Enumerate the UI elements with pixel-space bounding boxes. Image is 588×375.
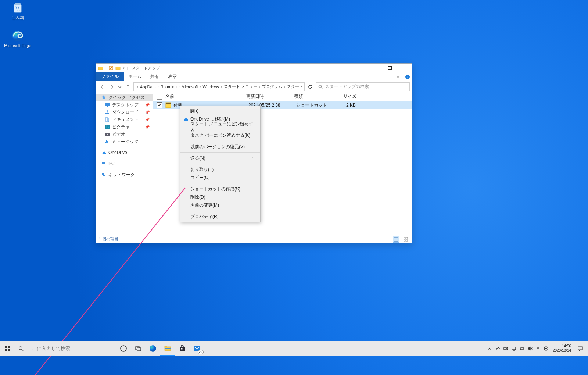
- crumb-appdata[interactable]: AppData: [139, 85, 157, 89]
- crumb-windows[interactable]: Windows: [202, 85, 220, 89]
- minimize-button[interactable]: [368, 64, 383, 72]
- nav-music[interactable]: ミュージック: [96, 138, 153, 145]
- nav-forward-button[interactable]: [108, 83, 116, 91]
- close-button[interactable]: [397, 64, 412, 72]
- explorer-taskbar-icon[interactable]: [160, 341, 175, 356]
- cortana-button[interactable]: [116, 341, 131, 356]
- nav-history-button[interactable]: [117, 83, 122, 91]
- nav-pc[interactable]: PC: [96, 160, 153, 167]
- select-all-checkbox[interactable]: [157, 94, 162, 100]
- cm-open[interactable]: 開く: [180, 107, 260, 115]
- tab-share[interactable]: 共有: [146, 72, 164, 81]
- status-bar: 1 個の項目: [96, 235, 412, 243]
- start-button[interactable]: [0, 341, 15, 356]
- col-name[interactable]: 名前: [165, 93, 246, 100]
- refresh-button[interactable]: [306, 83, 314, 91]
- svg-rect-41: [181, 348, 182, 349]
- svg-point-38: [150, 345, 156, 352]
- mail-taskbar-icon[interactable]: 22: [190, 341, 204, 356]
- navigation-pane: クイック アクセス デスクトップ📌 ダウンロード📌 ドキュメント📌 ピクチャ📌 …: [96, 92, 153, 235]
- cm-copy[interactable]: コピー(C): [180, 174, 260, 182]
- tray-ime-icon[interactable]: A: [534, 341, 542, 356]
- taskbar-search[interactable]: ここに入力して検索: [15, 341, 116, 356]
- action-center-button[interactable]: [574, 341, 587, 356]
- nav-up-button[interactable]: [124, 83, 132, 91]
- maximize-button[interactable]: [383, 64, 397, 72]
- cm-delete[interactable]: 削除(D): [180, 193, 260, 201]
- address-row: › AppData› Roaming› Microsoft› Windows› …: [96, 81, 412, 92]
- row-checkbox[interactable]: [157, 102, 162, 108]
- store-taskbar-icon[interactable]: [175, 341, 190, 356]
- column-headers[interactable]: 名前 更新日時 種類 サイズ: [153, 92, 412, 101]
- tray-vm-icon[interactable]: [510, 341, 517, 356]
- nav-quick-access[interactable]: クイック アクセス: [96, 94, 153, 101]
- svg-rect-44: [183, 350, 184, 351]
- tray-volume-icon[interactable]: [526, 341, 534, 356]
- taskbar: ここに入力して検索 22 A 14:56 2020/12/14: [0, 341, 588, 356]
- nav-desktop[interactable]: デスクトップ📌: [96, 101, 153, 108]
- cm-pin-start[interactable]: スタート メニューにピン留めする: [180, 123, 260, 131]
- cm-pin-taskbar[interactable]: タスク バーにピン留めする(K): [180, 131, 260, 139]
- sticky-notes-icon: [165, 102, 171, 108]
- tab-view[interactable]: 表示: [164, 72, 181, 81]
- address-bar[interactable]: › AppData› Roaming› Microsoft› Windows› …: [133, 82, 305, 91]
- svg-rect-20: [102, 173, 104, 175]
- desktop-icons: ごみ箱 Microsoft Edge: [3, 1, 32, 57]
- nav-videos[interactable]: ビデオ: [96, 131, 153, 138]
- cm-cut[interactable]: 切り取り(T): [180, 165, 260, 174]
- svg-point-16: [106, 126, 107, 126]
- col-size[interactable]: サイズ: [334, 93, 356, 100]
- star-icon: [101, 95, 106, 100]
- file-type: ショートカット: [296, 102, 337, 108]
- nav-documents[interactable]: ドキュメント📌: [96, 116, 153, 123]
- cm-properties[interactable]: プロパティ(R): [180, 213, 260, 221]
- tab-file[interactable]: ファイル: [96, 72, 124, 81]
- tray-meet-icon[interactable]: [502, 341, 509, 356]
- crumb-microsoft[interactable]: Microsoft: [181, 85, 199, 89]
- crumb-programs[interactable]: プログラム: [261, 84, 283, 89]
- tray-chevron-up-icon[interactable]: [486, 341, 493, 356]
- video-icon: [105, 132, 110, 137]
- nav-downloads[interactable]: ダウンロード📌: [96, 108, 153, 116]
- tray-onedrive-icon[interactable]: [494, 341, 501, 356]
- svg-rect-21: [103, 175, 105, 176]
- search-placeholder: スタートアップの検索: [325, 83, 369, 90]
- crumb-startmenu[interactable]: スタート メニュー: [223, 84, 258, 89]
- edge-desktop-icon[interactable]: Microsoft Edge: [3, 29, 32, 55]
- tray-location-icon[interactable]: [542, 341, 550, 356]
- cm-restore-previous[interactable]: 以前のバージョンの復元(V): [180, 143, 260, 151]
- view-large-icons-button[interactable]: [402, 236, 409, 243]
- svg-rect-42: [183, 348, 184, 349]
- tray-clock[interactable]: 14:56 2020/12/14: [551, 341, 573, 356]
- cm-rename[interactable]: 名前の変更(M): [180, 201, 260, 209]
- nav-onedrive[interactable]: OneDrive: [96, 149, 153, 156]
- help-button[interactable]: ?: [403, 72, 412, 81]
- svg-rect-47: [512, 347, 516, 350]
- col-date[interactable]: 更新日時: [246, 93, 294, 100]
- titlebar[interactable]: | ▾ | スタートアップ: [96, 64, 412, 72]
- tab-home[interactable]: ホーム: [124, 72, 146, 81]
- cm-create-shortcut[interactable]: ショートカットの作成(S): [180, 185, 260, 193]
- svg-rect-0: [14, 4, 21, 12]
- view-details-button[interactable]: [393, 236, 399, 243]
- col-type[interactable]: 種類: [294, 93, 334, 100]
- ribbon-expand-button[interactable]: [393, 72, 403, 81]
- svg-point-10: [319, 85, 322, 88]
- svg-rect-18: [102, 162, 105, 164]
- tray-network-icon[interactable]: [518, 341, 526, 356]
- nav-pictures[interactable]: ピクチャ📌: [96, 123, 153, 131]
- edge-taskbar-icon[interactable]: [146, 341, 160, 356]
- recycle-bin-desktop-icon[interactable]: ごみ箱: [3, 1, 32, 27]
- cm-send-to[interactable]: 送る(N)〉: [180, 154, 260, 162]
- file-size: 2 KB: [337, 103, 359, 108]
- onedrive-icon: [101, 150, 106, 155]
- nav-network[interactable]: ネットワーク: [96, 171, 153, 178]
- pin-icon: 📌: [145, 103, 150, 107]
- search-box[interactable]: スタートアップの検索: [316, 82, 410, 91]
- svg-point-33: [19, 347, 22, 350]
- crumb-roaming[interactable]: Roaming: [160, 85, 178, 89]
- pin-icon: 📌: [145, 118, 150, 122]
- nav-back-button[interactable]: [98, 83, 106, 91]
- task-view-button[interactable]: [131, 341, 146, 356]
- crumb-startup[interactable]: スタートアップ: [286, 84, 305, 89]
